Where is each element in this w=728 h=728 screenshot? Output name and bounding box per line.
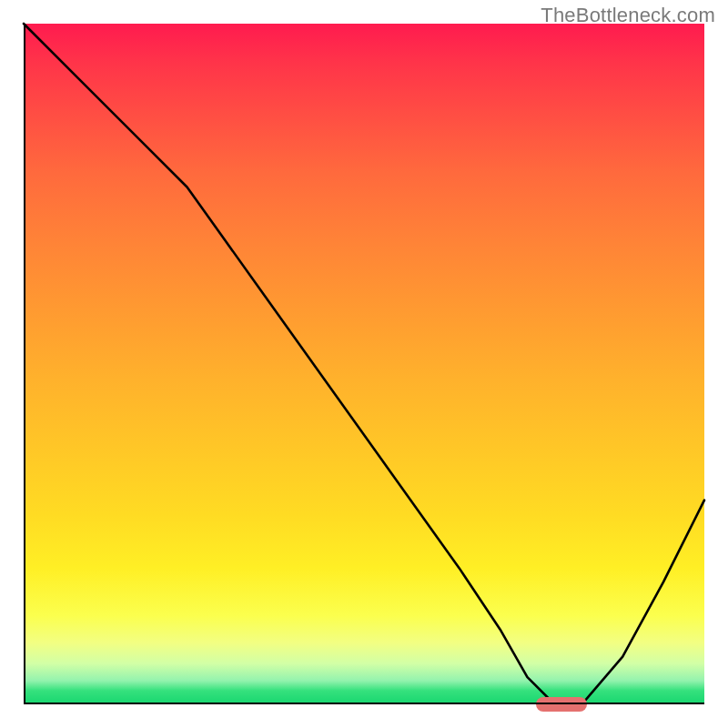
- watermark-text: TheBottleneck.com: [541, 4, 715, 27]
- chart-svg-overlay: [24, 24, 704, 704]
- optimal-marker-icon: [536, 697, 587, 712]
- bottleneck-curve: [24, 24, 704, 704]
- chart-container: TheBottleneck.com: [0, 0, 728, 728]
